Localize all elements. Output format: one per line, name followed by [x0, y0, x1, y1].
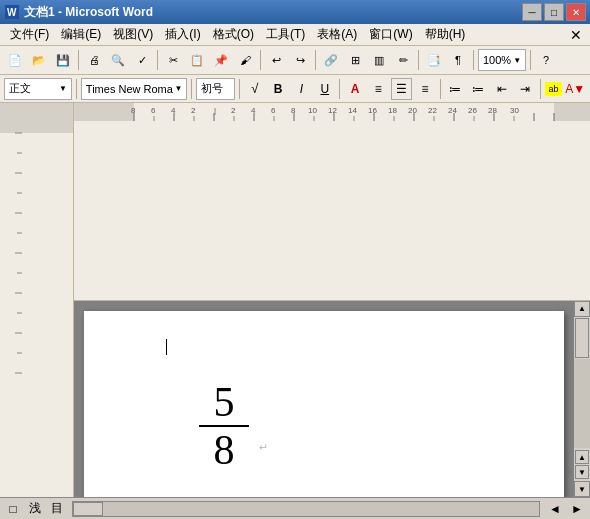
scroll-page-up-button[interactable]: ▲	[575, 450, 589, 464]
style-value: 正文	[9, 81, 31, 96]
status-left: □ 浅 目 ◄ ►	[4, 500, 586, 518]
menu-help[interactable]: 帮助(H)	[419, 24, 472, 45]
format-painter-button[interactable]: 🖌	[234, 49, 256, 71]
horizontal-ruler: 8 6 4 2 | 2 4 6 8 10 12 14 16 18 20 22 2	[74, 103, 590, 301]
hyperlink-button[interactable]: 🔗	[320, 49, 342, 71]
svg-text:2: 2	[231, 106, 236, 115]
menu-tools[interactable]: 工具(T)	[260, 24, 311, 45]
menu-format[interactable]: 格式(O)	[207, 24, 260, 45]
horizontal-scrollbar[interactable]	[72, 501, 540, 517]
align-left-button[interactable]: ≡	[368, 78, 389, 100]
style-arrow: ▼	[59, 84, 67, 93]
sep-fmt-5	[440, 79, 441, 99]
sep-3	[260, 50, 261, 70]
bullets-button[interactable]: ≔	[445, 78, 466, 100]
spell-button[interactable]: ✓	[131, 49, 153, 71]
svg-rect-2	[0, 103, 22, 133]
zoom-arrow: ▼	[513, 56, 521, 65]
scroll-down-button[interactable]: ▼	[574, 481, 590, 497]
print-button[interactable]: 🖨	[83, 49, 105, 71]
align-right-button[interactable]: ≡	[414, 78, 435, 100]
minimize-button[interactable]: ─	[522, 3, 542, 21]
svg-text:18: 18	[388, 106, 397, 115]
close-button[interactable]: ✕	[566, 3, 586, 21]
print-preview-button[interactable]: 🔍	[107, 49, 129, 71]
zoom-dropdown[interactable]: 100% ▼	[478, 49, 526, 71]
drawing-button[interactable]: ✏	[392, 49, 414, 71]
highlight-button[interactable]: ab	[545, 82, 562, 96]
sep-1	[78, 50, 79, 70]
maximize-button[interactable]: □	[544, 3, 564, 21]
svg-rect-3	[0, 133, 22, 497]
style-dropdown[interactable]: 正文 ▼	[4, 78, 72, 100]
docmap-button[interactable]: 📑	[423, 49, 445, 71]
menu-table[interactable]: 表格(A)	[311, 24, 363, 45]
scroll-thumb[interactable]	[575, 318, 589, 358]
svg-text:12: 12	[328, 106, 337, 115]
open-button[interactable]: 📂	[28, 49, 50, 71]
sep-5	[418, 50, 419, 70]
font-color-button2[interactable]: A▼	[564, 78, 586, 100]
font-dropdown[interactable]: Times New Roma ▼	[81, 78, 187, 100]
sep-fmt-4	[339, 79, 340, 99]
menu-edit[interactable]: 编辑(E)	[55, 24, 107, 45]
help-button[interactable]: ?	[535, 49, 557, 71]
fraction-denominator: 8	[214, 429, 235, 471]
vertical-scrollbar[interactable]: ▲ ▲ ▼ ▼	[574, 301, 590, 498]
sep-fmt-1	[76, 79, 77, 99]
fraction-display: 5 8	[194, 381, 254, 471]
underline-button[interactable]: U	[314, 78, 335, 100]
scroll-track[interactable]	[574, 359, 590, 449]
indent-decrease-button[interactable]: ⇤	[491, 78, 512, 100]
svg-text:8: 8	[291, 106, 296, 115]
document-canvas[interactable]: 三联网 3LIAN.COM 5 8 ↵ 技术员联盟 www.jsgho.n	[74, 301, 574, 498]
columns-button[interactable]: ▥	[368, 49, 390, 71]
new-button[interactable]: 📄	[4, 49, 26, 71]
copy-button[interactable]: 📋	[186, 49, 208, 71]
size-dropdown[interactable]: 初号	[196, 78, 235, 100]
formula-button[interactable]: √	[244, 78, 265, 100]
save-button[interactable]: 💾	[52, 49, 74, 71]
view-print-button[interactable]: 目	[48, 500, 66, 518]
sep-fmt-6	[540, 79, 541, 99]
svg-text:|: |	[214, 106, 216, 115]
document-area: 8 6 4 2 | 2 4 6 8 10 12 14 16 18 20 22 2	[74, 103, 590, 497]
menu-file[interactable]: 文件(F)	[4, 24, 55, 45]
svg-text:W: W	[7, 7, 17, 18]
svg-text:8: 8	[131, 106, 136, 115]
menu-bar: 文件(F) 编辑(E) 视图(V) 插入(I) 格式(O) 工具(T) 表格(A…	[0, 24, 590, 46]
show-hide-button[interactable]: ¶	[447, 49, 469, 71]
scroll-up-button[interactable]: ▲	[574, 301, 590, 317]
status-bar: □ 浅 目 ◄ ►	[0, 497, 590, 519]
svg-text:10: 10	[308, 106, 317, 115]
align-center-button[interactable]: ☰	[391, 78, 412, 100]
redo-button[interactable]: ↪	[289, 49, 311, 71]
menu-window[interactable]: 窗口(W)	[363, 24, 418, 45]
menu-close-btn[interactable]: ✕	[566, 27, 586, 43]
sep-fmt-2	[191, 79, 192, 99]
horizontal-scroll-thumb[interactable]	[73, 502, 103, 516]
svg-text:6: 6	[151, 106, 156, 115]
cut-button[interactable]: ✂	[162, 49, 184, 71]
menu-insert[interactable]: 插入(I)	[159, 24, 206, 45]
svg-text:20: 20	[408, 106, 417, 115]
app-window: W 文档1 - Microsoft Word ─ □ ✕ 文件(F) 编辑(E)…	[0, 0, 590, 519]
undo-button[interactable]: ↩	[265, 49, 287, 71]
paste-button[interactable]: 📌	[210, 49, 232, 71]
scroll-left-button[interactable]: ◄	[546, 500, 564, 518]
indent-increase-button[interactable]: ⇥	[514, 78, 535, 100]
menu-view[interactable]: 视图(V)	[107, 24, 159, 45]
scroll-page-down-button[interactable]: ▼	[575, 465, 589, 479]
italic-button[interactable]: I	[291, 78, 312, 100]
view-web-button[interactable]: 浅	[26, 500, 44, 518]
numbering-button[interactable]: ≔	[468, 78, 489, 100]
bold-button[interactable]: B	[268, 78, 289, 100]
size-value: 初号	[201, 81, 223, 96]
font-color-button[interactable]: A	[344, 78, 365, 100]
table-button[interactable]: ⊞	[344, 49, 366, 71]
window-title: 文档1 - Microsoft Word	[24, 4, 522, 21]
scroll-right-button[interactable]: ►	[568, 500, 586, 518]
document-page[interactable]: 三联网 3LIAN.COM 5 8 ↵ 技术员联盟 www.jsgho.n	[84, 311, 564, 498]
view-normal-button[interactable]: □	[4, 500, 22, 518]
svg-text:26: 26	[468, 106, 477, 115]
